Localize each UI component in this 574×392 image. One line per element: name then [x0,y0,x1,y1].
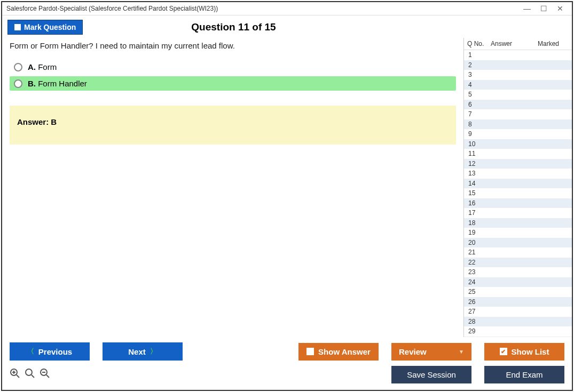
review-dropdown[interactable]: Review ▼ [391,343,471,361]
list-row[interactable]: 1 [464,50,572,60]
footer-row-1: 〈 Previous Next 〉 Show Answer Review ▼ ✔… [10,342,564,361]
list-row[interactable]: 22 [464,258,572,268]
question-pane: Form or Form Handler? I need to maintain… [2,38,463,337]
answer-box: Answer: B [10,106,456,145]
list-row[interactable]: 14 [464,179,572,189]
list-row[interactable]: 16 [464,198,572,209]
list-header: Q No. Answer Marked [464,38,572,50]
svg-line-1 [17,375,19,378]
option-text: Form [38,62,57,71]
checkbox-checked-icon: ✔ [500,348,507,355]
window-controls: — ☐ ✕ [523,4,568,13]
zoom-reset-icon[interactable] [25,368,35,381]
show-answer-label: Show Answer [318,347,371,356]
content: Form or Form Handler? I need to maintain… [2,38,572,337]
end-exam-label: End Exam [506,370,542,379]
col-answer: Answer [491,40,528,47]
answer-label: Answer: B [17,117,57,126]
chevron-right-icon: 〉 [150,347,157,356]
zoom-out-icon[interactable] [40,368,50,381]
list-row[interactable]: 21 [464,247,572,258]
close-icon[interactable]: ✕ [557,4,563,13]
option-text: Form Handler [38,79,87,88]
radio-icon[interactable] [14,79,22,88]
list-row[interactable]: 11 [464,149,572,159]
list-row[interactable]: 3 [464,70,572,80]
list-row[interactable]: 7 [464,109,572,119]
question-text: Form or Form Handler? I need to maintain… [10,41,456,50]
col-qno: Q No. [467,40,491,47]
list-row[interactable]: 24 [464,277,572,287]
window-title: Salesforce Pardot-Specialist (Salesforce… [6,5,218,12]
option-letter: B. [28,79,36,88]
list-row[interactable]: 26 [464,297,572,307]
list-row[interactable]: 29 [464,326,572,337]
list-row[interactable]: 23 [464,267,572,277]
list-row[interactable]: 13 [464,169,572,179]
end-exam-button[interactable]: End Exam [484,366,564,383]
previous-label: Previous [38,347,72,356]
list-row[interactable]: 27 [464,307,572,317]
svg-point-4 [26,369,32,375]
list-row[interactable]: 2 [464,60,572,70]
footer-row-2: Save Session End Exam [10,366,564,383]
radio-icon[interactable] [14,63,22,71]
zoom-controls [10,368,50,381]
list-row[interactable]: 10 [464,139,572,149]
chevron-down-icon: ▼ [459,349,464,355]
mark-question-label: Mark Question [24,23,76,31]
titlebar: Salesforce Pardot-Specialist (Salesforce… [2,2,572,15]
checkbox-icon [14,24,21,30]
footer: 〈 Previous Next 〉 Show Answer Review ▼ ✔… [2,337,572,390]
next-label: Next [128,347,146,356]
zoom-in-icon[interactable] [10,368,20,381]
list-row[interactable]: 17 [464,208,572,218]
svg-line-7 [46,375,49,378]
list-row[interactable]: 4 [464,80,572,90]
list-row[interactable]: 18 [464,218,572,228]
list-row[interactable]: 25 [464,287,572,297]
app-window: Salesforce Pardot-Specialist (Salesforce… [1,1,573,391]
maximize-icon[interactable]: ☐ [540,4,547,13]
save-session-button[interactable]: Save Session [391,366,471,383]
list-row[interactable]: 9 [464,129,572,139]
svg-line-5 [32,375,34,378]
next-button[interactable]: Next 〉 [103,342,183,361]
list-row[interactable]: 8 [464,119,572,130]
option-a[interactable]: A. Form [10,60,456,74]
mark-question-button[interactable]: Mark Question [7,20,83,35]
question-list-pane: Q No. Answer Marked 12345678910111213141… [463,38,572,337]
show-list-label: Show List [512,347,549,356]
show-list-button[interactable]: ✔ Show List [484,343,564,361]
header: Mark Question Question 11 of 15 [2,15,572,38]
show-answer-button[interactable]: Show Answer [298,343,379,361]
save-session-label: Save Session [407,370,456,379]
list-row[interactable]: 5 [464,90,572,100]
col-marked: Marked [528,40,569,47]
option-b[interactable]: B. Form Handler [10,76,456,91]
list-row[interactable]: 15 [464,188,572,198]
list-row[interactable]: 12 [464,159,572,169]
option-letter: A. [28,62,36,71]
minimize-icon[interactable]: — [523,4,531,13]
list-row[interactable]: 28 [464,317,572,327]
question-list[interactable]: 1234567891011121314151617181920212223242… [464,50,572,337]
review-label: Review [399,347,427,356]
previous-button[interactable]: 〈 Previous [10,342,90,361]
list-row[interactable]: 20 [464,238,572,248]
checkbox-icon [306,348,314,355]
list-row[interactable]: 19 [464,228,572,238]
chevron-left-icon: 〈 [27,347,34,356]
list-row[interactable]: 6 [464,100,572,110]
